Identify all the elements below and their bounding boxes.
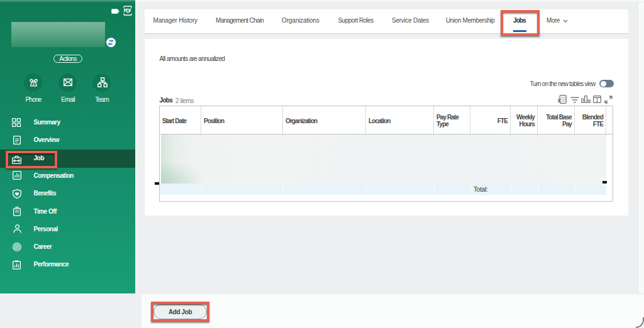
svg-text:x: x xyxy=(558,97,562,104)
